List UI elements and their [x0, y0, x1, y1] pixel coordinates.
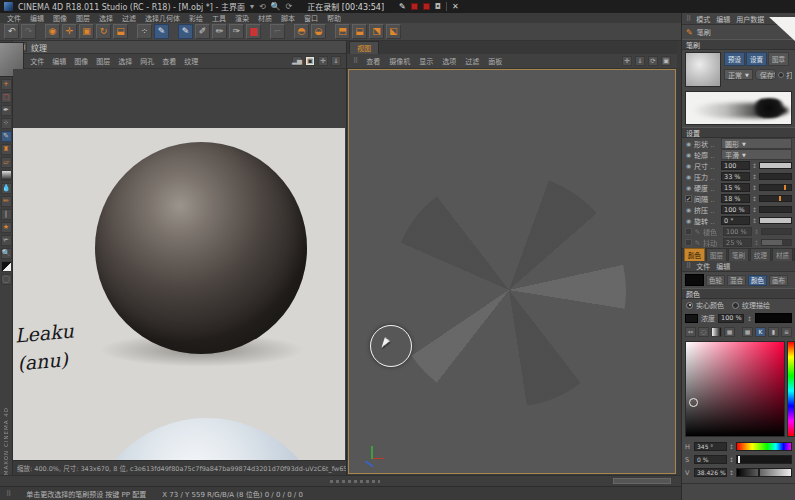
search-icon[interactable]: 🔍 — [271, 3, 281, 11]
spinner-icon[interactable]: ↕ — [752, 206, 757, 213]
tex-menu-texture[interactable]: 纹理 — [184, 56, 198, 66]
undo-icon[interactable]: ↶ — [4, 24, 19, 39]
hue-slider[interactable] — [736, 442, 792, 451]
brush-thumbnail[interactable] — [685, 52, 721, 87]
compact-icon[interactable]: ⇔ — [685, 327, 696, 337]
hue-value[interactable]: 345 ° — [694, 442, 727, 451]
attr-menu-userdata[interactable]: 用户数据 — [736, 14, 764, 24]
swatch-grid-icon[interactable]: ▦ — [742, 327, 753, 337]
spacing-value[interactable]: 18 % — [721, 194, 750, 203]
spinner-icon[interactable]: ↕ — [729, 469, 734, 476]
tab-textures[interactable]: 纹理 — [750, 248, 771, 261]
kelvin-icon[interactable]: K — [755, 327, 766, 337]
menu-material[interactable]: 材质 — [258, 13, 272, 23]
panel-grip[interactable]: ⠿ — [686, 15, 690, 23]
scale-icon[interactable]: ▣ — [79, 24, 94, 39]
blend-mode-dropdown[interactable]: 正常▼ — [724, 69, 753, 80]
spinner-icon[interactable]: ↕ — [752, 184, 757, 191]
move-icon[interactable]: ✛ — [62, 24, 77, 39]
scroll-down-icon[interactable]: ↓ — [331, 56, 341, 66]
record-stop-icon-1[interactable] — [411, 3, 418, 10]
mode-canvas[interactable]: 画布 — [769, 275, 788, 286]
anim-dot-icon[interactable]: ◉ — [685, 173, 692, 180]
brush-project-icon[interactable]: ✎ — [178, 24, 193, 39]
line-tool-icon[interactable]: | — [1, 209, 12, 220]
rotation-value[interactable]: 0 ° — [721, 216, 750, 225]
eraser-icon[interactable]: ▆ — [246, 24, 261, 39]
tab-stamp[interactable]: 图章 — [768, 52, 789, 66]
brush-line-icon[interactable]: ✐ — [195, 24, 210, 39]
tab-materials[interactable]: 材质 — [772, 248, 793, 261]
mode-mixer[interactable]: 混合 — [727, 275, 746, 286]
cube-iso-icon[interactable]: ⬕ — [386, 24, 401, 39]
brush-poly-icon[interactable]: ✏ — [212, 24, 227, 39]
pressure-value[interactable]: 33 % — [721, 172, 750, 181]
jitter-slider[interactable] — [761, 239, 792, 246]
saturation-value[interactable]: 0 % — [694, 455, 727, 464]
radio-solid-color[interactable]: 实心颜色 — [686, 300, 724, 310]
wheel-icon[interactable]: ◌ — [698, 327, 709, 337]
hardness-slider[interactable] — [759, 184, 792, 191]
spinner-icon[interactable]: ↕ — [747, 315, 752, 322]
hardness-value[interactable]: 15 % — [721, 183, 750, 192]
section-color[interactable]: 颜色 — [682, 288, 795, 299]
picture-icon[interactable]: ▦ — [724, 327, 735, 337]
fade-checkbox[interactable] — [685, 228, 692, 235]
spinner-icon[interactable]: ↕ — [752, 217, 757, 224]
live-selection-icon[interactable]: ◉ — [45, 24, 60, 39]
magic-wand-icon[interactable]: ⁘ — [1, 118, 12, 129]
layout-caret-icon[interactable]: ▾ — [250, 3, 254, 11]
histogram-icon[interactable]: ▂▅ — [292, 56, 302, 66]
squeeze-value[interactable]: 100 % — [721, 205, 750, 214]
anim-dot-icon[interactable]: ◉ — [685, 206, 692, 213]
spacing-checkbox[interactable]: ✓ — [685, 195, 692, 202]
uv-sphere-icon[interactable]: ◓ — [294, 24, 309, 39]
pencil-icon[interactable]: ✏ — [1, 196, 12, 207]
paint-3d-icon[interactable]: ✎ — [154, 24, 169, 39]
jitter-value[interactable]: 25 % — [723, 238, 752, 247]
tex-menu-view[interactable]: 查看 — [162, 56, 176, 66]
rect-select-icon[interactable]: ▢ — [1, 92, 12, 103]
fade-slider[interactable] — [761, 228, 792, 235]
tab-presets[interactable]: 预设 — [724, 52, 745, 66]
sync-icon[interactable]: ⟲ — [259, 3, 266, 11]
annotate-pencil-icon[interactable]: ✎ — [399, 2, 406, 11]
lock-icon[interactable]: ▣ — [305, 56, 315, 66]
menu-edit[interactable]: 编辑 — [30, 13, 44, 23]
cube-side-icon[interactable]: ⬔ — [369, 24, 384, 39]
gradient-icon[interactable] — [711, 327, 722, 337]
menu-help[interactable]: 帮助 — [327, 13, 341, 23]
statusbar-grip[interactable]: ⠿ — [6, 490, 10, 498]
tab-layers[interactable]: 图层 — [706, 248, 727, 261]
vp-menu-panel[interactable]: 面板 — [488, 56, 502, 66]
rotate-icon[interactable]: ↻ — [96, 24, 111, 39]
add-layer-icon[interactable]: + — [1, 79, 12, 90]
lock-axis-icon[interactable]: ⬓ — [113, 24, 128, 39]
fg-bg-swatch[interactable] — [1, 261, 12, 272]
menu-file[interactable]: 文件 — [7, 13, 21, 23]
list-icon[interactable]: ≡ — [781, 327, 792, 337]
view-dolly-icon[interactable]: ↓ — [635, 56, 645, 66]
fade-value[interactable]: 100 % — [723, 227, 752, 236]
density-gradient-bar[interactable] — [755, 313, 792, 323]
density-value[interactable]: 100 % — [718, 314, 744, 323]
record-stop-icon-2[interactable] — [423, 3, 430, 10]
attr-menu-mode[interactable]: 模式 — [696, 14, 710, 24]
spinner-icon[interactable]: ↕ — [752, 162, 757, 169]
pan-icon[interactable]: ✛ — [318, 56, 328, 66]
scrollbar-handle[interactable] — [613, 478, 671, 484]
menu-paint[interactable]: 彩绘 — [189, 13, 203, 23]
panel-grip[interactable]: ⠿ — [686, 262, 690, 270]
tex-menu-file[interactable]: 文件 — [30, 56, 44, 66]
mode-wheel[interactable]: 色轮 — [706, 275, 725, 286]
anim-dot-icon[interactable]: ◉ — [685, 140, 692, 147]
star-shape-icon[interactable]: ★ — [1, 222, 12, 233]
tex-menu-mesh[interactable]: 网孔 — [140, 56, 154, 66]
stamp-icon[interactable]: ♜ — [1, 144, 12, 155]
vp-menu-cameras[interactable]: 摄像机 — [389, 56, 410, 66]
texture-canvas[interactable]: Leaku (anu) — [13, 69, 346, 460]
tex-menu-image[interactable]: 图像 — [74, 56, 88, 66]
tex-menu-edit[interactable]: 编辑 — [52, 56, 66, 66]
panel-grip[interactable]: ⠿ — [353, 57, 357, 65]
tab-brushes[interactable]: 笔刷 — [728, 248, 749, 261]
